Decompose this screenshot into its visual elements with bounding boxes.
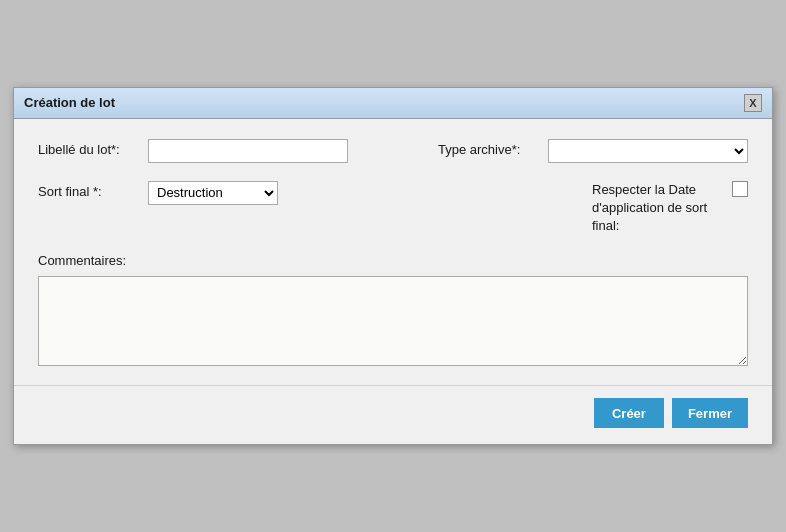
commentaires-section: Commentaires: [38,253,748,369]
dialog-footer: Créer Fermer [14,385,772,444]
libelle-row: Libellé du lot*: [38,139,348,163]
respect-checkbox-container [722,181,748,197]
sort-final-label: Sort final *: [38,181,148,199]
sort-final-row: Sort final *: Destruction [38,181,278,205]
fermer-button[interactable]: Fermer [672,398,748,428]
creation-de-lot-dialog: Création de lot X Libellé du lot*: Type … [13,87,773,446]
commentaires-label: Commentaires: [38,253,748,268]
creer-button[interactable]: Créer [594,398,664,428]
libelle-label: Libellé du lot*: [38,139,148,157]
close-button[interactable]: X [744,94,762,112]
dialog-content: Libellé du lot*: Type archive*: Sort fin… [14,119,772,386]
respect-row: Respecter la Date d'application de sort … [592,181,748,236]
sort-final-select[interactable]: Destruction [148,181,278,205]
dialog-titlebar: Création de lot X [14,88,772,119]
respect-label: Respecter la Date d'application de sort … [592,181,722,236]
respect-checkbox[interactable] [732,181,748,197]
second-row: Sort final *: Destruction Respecter la D… [38,181,748,236]
dialog-title: Création de lot [24,95,115,110]
top-row: Libellé du lot*: Type archive*: [38,139,748,181]
type-archive-label: Type archive*: [438,139,548,157]
commentaires-textarea[interactable] [38,276,748,366]
type-archive-select[interactable] [548,139,748,163]
type-archive-row: Type archive*: [438,139,748,163]
libelle-input[interactable] [148,139,348,163]
